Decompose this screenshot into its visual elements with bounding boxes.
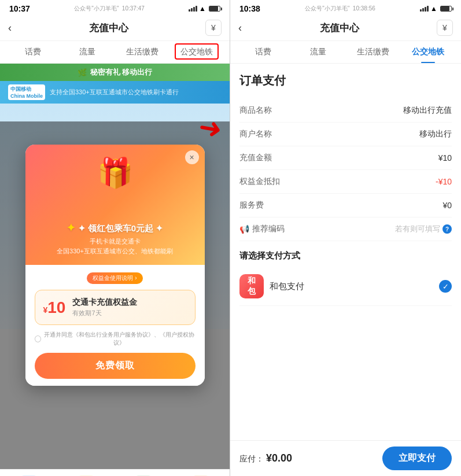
order-content: 订单支付 商品名称 移动出行充值 商户名称 移动出行 充值金额 ¥10 权益金抵…: [230, 64, 461, 429]
benefit-amount: ¥10: [43, 300, 66, 316]
pay-button[interactable]: 立即支付: [382, 447, 452, 470]
payment-selected-icon: ✓: [439, 280, 452, 293]
speaker-icon: 📢: [239, 224, 249, 234]
left-source-info: 公众号"小刀羊毛" 10:37:47: [74, 5, 145, 13]
tab-highlight-box: 公交地铁: [175, 43, 219, 60]
right-tab-shenghuo[interactable]: 生活缴费: [346, 41, 401, 63]
modal-title: ✦ ✦ 领红包乘车0元起 ✦: [35, 222, 196, 234]
promo-label: 📢 推荐编码: [239, 224, 285, 234]
payment-option-hb[interactable]: 和包 和包支付 ✓: [239, 267, 452, 306]
question-icon[interactable]: ?: [442, 224, 452, 234]
left-page-title: 充值中心: [12, 21, 205, 35]
right-wallet-icon[interactable]: ¥: [437, 20, 453, 36]
left-tab-huafei[interactable]: 话费: [6, 41, 60, 63]
wifi-icon: ▲: [199, 5, 206, 13]
bottom-pay-bar: 应付： ¥0.00 立即支付: [230, 440, 461, 476]
left-status-bar: 10:37 公众号"小刀羊毛" 10:37:47 ▲: [0, 0, 230, 16]
mobile-banner: 中国移动China Mobile 支持全国330+互联互通城市公交地铁刷卡通行: [0, 81, 230, 104]
right-page-title: 充值中心: [242, 21, 437, 35]
payment-section-title: 请选择支付方式: [239, 241, 452, 267]
agreement-radio[interactable]: [35, 335, 41, 342]
right-status-bar: 10:38 公众号"小刀羊毛" 10:38:56 ▲: [230, 0, 461, 16]
left-tab-liuliang[interactable]: 流量: [60, 41, 115, 63]
order-row-discount: 权益金抵扣 -¥10: [239, 170, 452, 194]
right-status-icons: ▲: [420, 5, 452, 13]
right-battery-icon: [440, 6, 452, 12]
gift-decoration: 🎁: [35, 156, 196, 190]
right-tab-liuliang[interactable]: 流量: [291, 41, 346, 63]
star-left-icon: ✦: [67, 222, 78, 234]
leaf-icon: 🌿: [78, 68, 87, 77]
modal-subtitle: 手机卡就是交通卡 全国330+互联互通城市公交、地铁都能刷: [35, 237, 196, 256]
signal-icon: [189, 6, 197, 12]
right-signal-icon: [420, 6, 429, 12]
right-source-info: 公众号"小刀羊毛" 10:38:56: [305, 5, 375, 13]
checkmark-icon: ✓: [442, 282, 449, 291]
modal-card: × 🎁 ✦ ✦ 领红包乘车0元起 ✦ 手机卡就是交通卡 全国330+互联互通城市…: [25, 145, 205, 386]
order-row-merchant: 商户名称 移动出行: [239, 123, 452, 146]
left-wallet-icon[interactable]: ¥: [205, 20, 222, 36]
left-bottom-nav: 📋 交易记录 ⭐ 话费兑换 🎁 积分兑换 📖 使用攻略: [0, 469, 230, 476]
modal-body: 权益金使用说明 › ¥10 交通卡充值权益金 有效期7天: [25, 265, 205, 386]
right-tab-huafei[interactable]: 话费: [236, 41, 291, 63]
modal-top-section: 🎁 ✦ ✦ 领红包乘车0元起 ✦ 手机卡就是交通卡 全国330+互联互通城市公交…: [25, 145, 205, 265]
benefit-badge[interactable]: 权益金使用说明 ›: [87, 272, 142, 284]
agreement-text: 开通并同意《和包出行业务用户服务协议》、《用户授权协议》: [35, 331, 196, 347]
banner-desc: 支持全国330+互联互通城市公交地铁刷卡通行: [50, 88, 179, 97]
left-top-bar: ‹ 充值中心 ¥: [0, 16, 230, 41]
left-status-icons: ▲: [189, 5, 220, 13]
left-content-area: 🌿 秘密有礼 移动出行 中国移动China Mobile 支持全国330+互联互…: [0, 64, 230, 469]
green-header-strip: 🌿 秘密有礼 移动出行: [0, 64, 230, 81]
payment-left: 和包 和包支付: [239, 274, 304, 298]
claim-button[interactable]: 免费领取: [35, 353, 196, 379]
mobile-logo: 中国移动China Mobile: [8, 84, 45, 100]
left-tabs: 话费 流量 生活缴费 公交地铁: [0, 41, 230, 64]
left-tab-gongjiao[interactable]: 公交地铁: [169, 41, 224, 63]
right-wifi-icon: ▲: [430, 5, 437, 13]
left-tab-shenghuo[interactable]: 生活缴费: [115, 41, 169, 63]
hb-logo: 和包: [239, 274, 264, 298]
right-tab-gongjiao[interactable]: 公交地铁: [400, 41, 455, 63]
promo-row: 📢 推荐编码 若有则可填写 ?: [239, 217, 452, 241]
right-top-bar: ‹ 充值中心 ¥: [230, 16, 461, 41]
benefit-card: ¥10 交通卡充值权益金 有效期7天: [35, 290, 196, 325]
right-tabs: 话费 流量 生活缴费 公交地铁: [230, 41, 461, 64]
order-row-product: 商品名称 移动出行充值: [239, 99, 452, 123]
right-phone: 10:38 公众号"小刀羊毛" 10:38:56 ▲ ‹ 充值中心 ¥ 话费 流…: [230, 0, 461, 476]
promo-input-area[interactable]: 若有则可填写 ?: [395, 224, 452, 234]
battery-icon: [209, 6, 220, 12]
right-time: 10:38: [239, 4, 260, 13]
green-strip-text: 秘密有礼 移动出行: [90, 67, 153, 78]
amount-due: 应付： ¥0.00: [239, 452, 292, 464]
left-time: 10:37: [9, 4, 30, 13]
modal-overlay[interactable]: × 🎁 ✦ ✦ 领红包乘车0元起 ✦ 手机卡就是交通卡 全国330+互联互通城市…: [0, 121, 230, 469]
benefit-info: 交通卡充值权益金 有效期7天: [72, 297, 137, 318]
order-row-amount: 充值金额 ¥10: [239, 146, 452, 170]
left-phone: 10:37 公众号"小刀羊毛" 10:37:47 ▲ ‹ 充值中心 ¥ 话费 流…: [0, 0, 230, 476]
order-title: 订单支付: [239, 73, 452, 88]
order-row-fee: 服务费 ¥0: [239, 194, 452, 217]
modal-close-button[interactable]: ×: [185, 150, 199, 164]
